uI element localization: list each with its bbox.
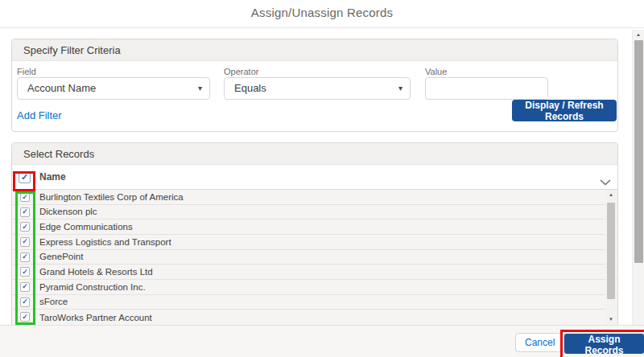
record-name: Grand Hotels & Resorts Ltd xyxy=(39,267,153,277)
modal-footer: Cancel Assign Records xyxy=(0,325,644,357)
records-list-scrollbar[interactable]: ▲ ▼ xyxy=(605,190,617,325)
record-checkbox[interactable]: ✓ xyxy=(20,207,30,217)
record-row[interactable]: ✓ Grand Hotels & Resorts Ltd xyxy=(12,265,617,280)
checkmark-icon: ✓ xyxy=(22,283,28,290)
scroll-up-icon[interactable]: ▲ xyxy=(605,190,617,200)
operator-select-value: Equals xyxy=(234,82,266,94)
record-checkbox[interactable]: ✓ xyxy=(20,267,30,277)
records-section-header: Select Records xyxy=(12,143,617,165)
checkmark-icon: ✓ xyxy=(22,314,28,321)
record-row[interactable]: ✓ Express Logistics and Transport xyxy=(12,235,617,250)
name-column-header: Name xyxy=(39,165,66,190)
chevron-down-icon[interactable] xyxy=(600,174,611,189)
record-row[interactable]: ✓ TaroWorks Partner Account xyxy=(12,310,617,325)
checkmark-icon: ✓ xyxy=(22,253,28,261)
record-name: Pyramid Construction Inc. xyxy=(39,282,146,292)
checkmark-icon: ✓ xyxy=(22,269,28,276)
record-checkbox[interactable]: ✓ xyxy=(20,222,30,232)
add-filter-link[interactable]: Add Filter xyxy=(17,109,62,121)
record-list: ✓ Burlington Textiles Corp of America ✓ … xyxy=(12,190,617,325)
filter-section-title: Specify Filter Criteria xyxy=(12,39,617,61)
record-checkbox[interactable]: ✓ xyxy=(20,252,30,262)
record-checkbox[interactable]: ✓ xyxy=(20,192,30,202)
operator-label: Operator xyxy=(224,67,258,76)
select-records-card: Select Records ✓ Name ✓ Burlington Texti… xyxy=(11,142,618,325)
display-refresh-records-button[interactable]: Display / Refresh Records xyxy=(512,100,617,121)
modal-scrollbar[interactable]: ▲ ▼ xyxy=(632,30,644,333)
records-scrollbar-thumb[interactable] xyxy=(607,203,615,299)
record-checkbox[interactable]: ✓ xyxy=(20,298,30,307)
select-all-checkbox[interactable]: ✓ xyxy=(19,171,31,183)
modal-title: Assign/Unassign Records xyxy=(0,6,644,19)
record-row[interactable]: ✓ Edge Communications xyxy=(12,220,617,235)
record-name: Express Logistics and Transport xyxy=(39,237,171,247)
record-name: Dickenson plc xyxy=(39,207,97,216)
record-checkbox[interactable]: ✓ xyxy=(20,282,30,292)
record-name: Edge Communications xyxy=(39,222,133,232)
record-row[interactable]: ✓ GenePoint xyxy=(12,250,617,265)
field-label: Field xyxy=(17,67,36,76)
scroll-up-icon[interactable]: ▲ xyxy=(633,30,644,40)
record-name: TaroWorks Partner Account xyxy=(39,313,152,322)
cancel-button[interactable]: Cancel xyxy=(515,333,564,352)
scroll-down-icon[interactable]: ▼ xyxy=(605,314,617,325)
record-row[interactable]: ✓ Burlington Textiles Corp of America xyxy=(12,190,617,205)
record-name: sForce xyxy=(39,297,68,306)
checkmark-icon: ✓ xyxy=(22,298,28,306)
dropdown-arrow-icon: ▾ xyxy=(198,78,202,99)
table-header-row: ✓ Name xyxy=(12,165,617,190)
checkmark-icon: ✓ xyxy=(22,194,28,201)
value-input[interactable] xyxy=(425,77,548,100)
title-divider xyxy=(0,27,644,28)
field-select[interactable]: Account Name ▾ xyxy=(17,77,210,100)
field-select-value: Account Name xyxy=(27,82,96,94)
record-name: Burlington Textiles Corp of America xyxy=(39,192,184,202)
checkmark-icon: ✓ xyxy=(21,173,28,182)
assign-records-button[interactable]: Assign Records xyxy=(564,334,644,354)
operator-select[interactable]: Equals ▾ xyxy=(224,77,411,100)
record-name: GenePoint xyxy=(39,252,83,261)
modal-scrollbar-thumb[interactable] xyxy=(634,40,643,263)
checkmark-icon: ✓ xyxy=(22,208,28,215)
record-row[interactable]: ✓ Pyramid Construction Inc. xyxy=(12,280,617,295)
filter-criteria-card: Specify Filter Criteria Field Account Na… xyxy=(11,39,618,132)
value-label: Value xyxy=(425,67,447,76)
assign-button-wrapper: Assign Records xyxy=(564,334,644,357)
records-section-title: Select Records xyxy=(12,143,617,165)
dropdown-arrow-icon: ▾ xyxy=(398,78,402,99)
checkmark-icon: ✓ xyxy=(22,238,28,245)
record-row[interactable]: ✓ Dickenson plc xyxy=(12,205,617,220)
assign-unassign-modal: Assign/Unassign Records Specify Filter C… xyxy=(0,0,644,357)
record-row[interactable]: ✓ sForce xyxy=(12,295,617,310)
checkmark-icon: ✓ xyxy=(22,224,28,231)
record-checkbox[interactable]: ✓ xyxy=(20,312,30,322)
filter-section-header: Specify Filter Criteria xyxy=(12,39,617,61)
record-checkbox[interactable]: ✓ xyxy=(20,237,30,247)
